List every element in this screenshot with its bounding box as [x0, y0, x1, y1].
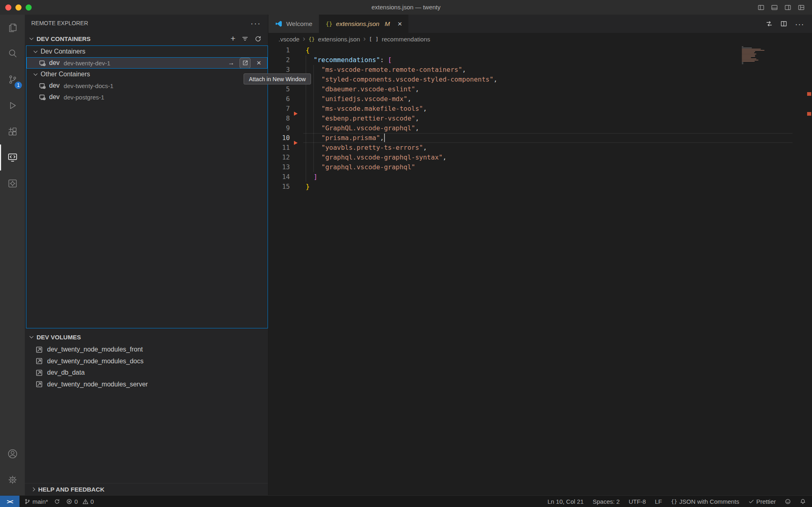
volume-item[interactable]: dev_twenty_node_modules_server: [25, 379, 268, 390]
run-debug-activity-button[interactable]: [0, 93, 25, 119]
search-activity-button[interactable]: [0, 41, 25, 67]
stop-container-button[interactable]: ×: [254, 58, 264, 68]
split-editor-icon[interactable]: [780, 20, 787, 27]
attach-current-window-button[interactable]: →: [226, 58, 236, 68]
line-number: 14: [268, 172, 290, 182]
breadcrumb-folder[interactable]: .vscode: [279, 36, 300, 43]
code-area[interactable]: 123456789101112131415 { "recommendations…: [268, 45, 812, 495]
encoding-status[interactable]: UTF-8: [628, 498, 646, 505]
remote-explorer-sidebar: REMOTE EXPLORER ··· DEV CONTAINERS + Dev…: [25, 15, 268, 495]
extensions-activity-button[interactable]: [0, 119, 25, 145]
tree-group[interactable]: Other Containers: [26, 69, 268, 80]
filter-icon[interactable]: [242, 35, 248, 42]
attach-new-window-button[interactable]: [240, 58, 250, 68]
close-tab-icon[interactable]: ×: [397, 19, 402, 28]
cursor-position-status[interactable]: Ln 10, Col 21: [547, 498, 583, 505]
chevron-down-icon: [34, 49, 38, 53]
container-icon: [39, 82, 46, 89]
modified-badge: M: [384, 20, 390, 28]
line-number: 13: [268, 162, 290, 172]
settings-button[interactable]: [0, 467, 25, 493]
settings-gear-icon: [7, 474, 18, 485]
volume-name: dev_twenty_node_modules_docs: [47, 358, 144, 365]
line-number: 8: [268, 114, 290, 123]
overview-ruler-mark: [807, 112, 811, 116]
zoom-window-button[interactable]: [26, 4, 32, 11]
add-icon[interactable]: +: [231, 35, 235, 42]
code-line: }: [306, 182, 497, 192]
editor-group: Welcome {} extensions.json M × ··· .vsco…: [268, 15, 812, 495]
line-number: 7: [268, 104, 290, 114]
close-window-button[interactable]: [5, 4, 11, 11]
problems-status[interactable]: 0 0: [66, 498, 94, 505]
container-item[interactable]: devdev-twenty-docs-1: [26, 80, 268, 91]
volume-icon: [36, 358, 43, 365]
indentation-status[interactable]: Spaces: 2: [593, 498, 620, 505]
container-item[interactable]: devdev-twenty-dev-1→×: [26, 57, 268, 69]
refresh-icon[interactable]: [255, 35, 261, 42]
remote-indicator[interactable]: ><: [0, 496, 19, 507]
json-braces-icon: {}: [326, 21, 332, 27]
remote-explorer-activity-button[interactable]: [0, 145, 25, 170]
containers-activity-button[interactable]: [0, 170, 25, 196]
code-line: "dbaeumer.vscode-eslint",: [306, 84, 497, 94]
tab-extensions-json[interactable]: {} extensions.json M ×: [319, 15, 409, 33]
eol-status[interactable]: LF: [655, 498, 662, 505]
volume-item[interactable]: dev_db_data: [25, 367, 268, 379]
scm-badge: 1: [15, 82, 22, 89]
breadcrumb-file[interactable]: extensions.json: [318, 36, 360, 43]
source-control-activity-button[interactable]: 1: [0, 67, 25, 93]
feedback-icon[interactable]: [785, 498, 791, 505]
code-line: "styled-components.vscode-styled-compone…: [306, 75, 497, 84]
section-dev-volumes[interactable]: DEV VOLUMES: [25, 330, 268, 344]
open-changes-icon[interactable]: [766, 20, 773, 27]
line-number: 2: [268, 55, 290, 65]
branch-status[interactable]: main*: [24, 498, 48, 505]
language-mode-status[interactable]: {} JSON with Comments: [671, 498, 739, 505]
chevron-down-icon: [30, 334, 34, 338]
chevron-right-icon: [31, 488, 35, 492]
group-label: Dev Containers: [41, 48, 85, 55]
volume-icon: [36, 369, 43, 376]
code-line: "ms-vscode-remote.remote-containers",: [306, 65, 497, 75]
more-actions-icon[interactable]: ···: [795, 22, 804, 26]
files-icon: [7, 22, 18, 33]
tab-welcome[interactable]: Welcome: [268, 15, 319, 33]
formatter-status[interactable]: Prettier: [748, 498, 776, 505]
explorer-activity-button[interactable]: [0, 15, 25, 41]
window-controls: [5, 4, 32, 11]
sync-button[interactable]: [54, 498, 60, 505]
container-description: dev-twenty-dev-1: [64, 60, 110, 67]
group-label: Other Containers: [41, 71, 90, 78]
minimize-window-button[interactable]: [15, 4, 22, 11]
toggle-panel-icon[interactable]: [771, 4, 778, 11]
accounts-icon: [7, 448, 18, 460]
minimap[interactable]: [742, 46, 768, 65]
toggle-sidebar-icon[interactable]: [758, 4, 764, 11]
volume-item[interactable]: dev_twenty_node_modules_front: [25, 344, 268, 356]
volume-item[interactable]: dev_twenty_node_modules_docs: [25, 356, 268, 367]
code-line: "graphql.vscode-graphql-syntax",: [306, 153, 497, 162]
container-item[interactable]: devdev-postgres-1: [26, 91, 268, 103]
view-more-actions-icon[interactable]: ···: [251, 21, 261, 25]
notifications-bell-icon[interactable]: [800, 498, 806, 505]
deleted-lines-marker: [294, 141, 298, 145]
tree-group[interactable]: Dev Containers: [26, 46, 268, 57]
overview-ruler-mark: [807, 92, 811, 96]
window-title: extensions.json — twenty: [122, 0, 690, 15]
accounts-button[interactable]: [0, 441, 25, 467]
tooltip: Attach in New Window: [244, 73, 311, 84]
containers-icon: [7, 178, 18, 189]
toggle-secondary-sidebar-icon[interactable]: [784, 4, 791, 11]
container-description: dev-twenty-docs-1: [64, 82, 114, 89]
breadcrumb-symbol[interactable]: recommendations: [382, 36, 430, 43]
volume-icon: [36, 381, 43, 388]
section-help-and-feedback[interactable]: HELP AND FEEDBACK: [25, 483, 268, 495]
volume-name: dev_twenty_node_modules_server: [47, 381, 148, 388]
customize-layout-icon[interactable]: [798, 4, 805, 11]
section-dev-containers[interactable]: DEV CONTAINERS +: [25, 32, 268, 45]
vscode-logo-icon: [275, 20, 283, 28]
gutter: 123456789101112131415: [268, 45, 290, 192]
code-line: "graphql.vscode-graphql": [306, 162, 497, 172]
deleted-lines-marker: [294, 112, 298, 116]
